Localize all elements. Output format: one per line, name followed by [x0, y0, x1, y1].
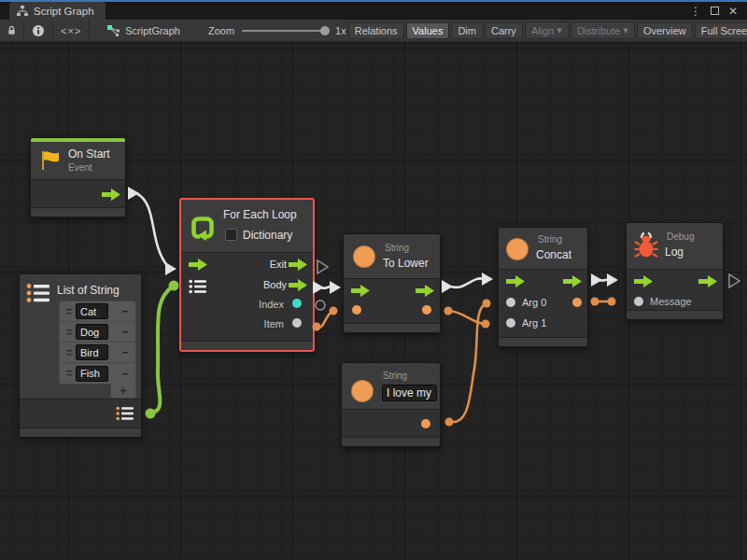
- window-maximize-icon[interactable]: [711, 7, 719, 15]
- list-editor: = − = − = − = −: [59, 301, 136, 385]
- list-icon: [26, 283, 50, 303]
- string-type-icon: [351, 380, 374, 402]
- remove-item-button[interactable]: −: [118, 325, 133, 339]
- node-type: String: [383, 371, 407, 381]
- dim-button[interactable]: Dim: [451, 22, 483, 39]
- wire-tolower-to-concat[interactable]: [442, 273, 493, 293]
- fullscreen-button[interactable]: Full Screen: [695, 22, 747, 39]
- window-menu-icon[interactable]: ⋮: [690, 5, 701, 18]
- message-input-port[interactable]: [634, 297, 643, 306]
- carry-button[interactable]: Carry: [485, 22, 523, 39]
- log-exit-port-hint[interactable]: [729, 274, 740, 287]
- drag-handle-icon[interactable]: =: [63, 326, 76, 339]
- flow-input-port[interactable]: [506, 275, 525, 287]
- wire-concat-to-log[interactable]: [591, 273, 618, 287]
- list-item-field[interactable]: [76, 344, 108, 360]
- node-title: List of String: [57, 284, 120, 297]
- relations-button[interactable]: Relations: [348, 22, 404, 39]
- dictionary-checkbox-label: Dictionary: [243, 229, 292, 242]
- dictionary-checkbox[interactable]: [225, 229, 237, 241]
- node-title: Log: [665, 245, 684, 259]
- graph-hierarchy-icon: [17, 6, 28, 17]
- index-port[interactable]: [292, 299, 302, 308]
- graph-toolbar: <×> ScriptGraph Zoom 1x Relations Values…: [0, 20, 747, 42]
- node-footer: [344, 323, 440, 332]
- graph-canvas[interactable]: On Start Event List of String = −: [0, 42, 747, 560]
- remove-item-button[interactable]: −: [118, 367, 133, 381]
- item-port-label: Item: [264, 318, 284, 329]
- tab-script-graph[interactable]: Script Graph: [9, 2, 106, 20]
- graph-asset-label[interactable]: ScriptGraph: [99, 20, 188, 41]
- list-item-row: = −: [60, 343, 135, 363]
- list-item-field[interactable]: [76, 303, 108, 319]
- zoom-slider[interactable]: [242, 30, 328, 32]
- string-input-port[interactable]: [352, 305, 361, 315]
- node-concat[interactable]: String Concat Arg 0 Arg 1: [498, 227, 588, 347]
- node-type: Debug: [667, 231, 694, 242]
- wire-concat-to-message[interactable]: [591, 298, 616, 306]
- wire-onstart-to-foreach[interactable]: [128, 187, 176, 275]
- string-value-field[interactable]: [382, 385, 437, 401]
- remove-item-button[interactable]: −: [118, 345, 133, 359]
- wire-item-to-tolower[interactable]: [313, 307, 338, 331]
- exit-port-hint[interactable]: [317, 260, 328, 273]
- exit-port[interactable]: [289, 259, 307, 271]
- body-port[interactable]: [289, 279, 307, 291]
- node-string-literal[interactable]: String: [341, 362, 441, 447]
- body-port-label: Body: [263, 279, 287, 290]
- zoom-value: 1x: [335, 25, 346, 36]
- flow-output-port[interactable]: [563, 275, 582, 287]
- arg1-input-port[interactable]: [506, 318, 515, 328]
- index-port-label: Index: [259, 299, 284, 310]
- zoom-slider-handle[interactable]: [320, 26, 330, 35]
- flow-input-port[interactable]: [634, 275, 653, 287]
- node-list-of-string[interactable]: List of String = − = − = −: [19, 273, 142, 438]
- string-output-port[interactable]: [422, 305, 431, 315]
- flow-output-port[interactable]: [416, 285, 434, 297]
- arg1-label: Arg 1: [522, 317, 546, 329]
- string-type-icon: [353, 245, 375, 268]
- node-title: To Lower: [383, 257, 429, 270]
- values-button[interactable]: Values: [406, 22, 450, 39]
- overview-button[interactable]: Overview: [637, 22, 693, 39]
- wire-body-to-tolower[interactable]: [313, 281, 341, 294]
- flow-input-port[interactable]: [351, 285, 370, 297]
- chevron-down-icon: ▾: [623, 24, 628, 36]
- align-dropdown[interactable]: Align▾: [525, 21, 569, 39]
- list-item-field[interactable]: [76, 366, 108, 382]
- node-footer: [627, 310, 723, 319]
- node-debug-log[interactable]: Debug Log Message: [626, 222, 724, 320]
- remove-item-button[interactable]: −: [118, 304, 133, 318]
- node-to-lower[interactable]: String To Lower: [343, 233, 441, 333]
- drag-handle-icon[interactable]: =: [63, 346, 76, 359]
- result-output-port[interactable]: [572, 298, 582, 307]
- drag-handle-icon[interactable]: =: [63, 367, 76, 380]
- list-item-field[interactable]: [76, 324, 108, 340]
- lock-button[interactable]: [0, 20, 24, 41]
- item-port[interactable]: [292, 318, 302, 328]
- list-item-row: = −: [60, 301, 135, 322]
- wire-tolower-to-arg1[interactable]: [444, 307, 490, 329]
- add-item-button[interactable]: +: [110, 384, 136, 399]
- window-close-icon[interactable]: ✕: [728, 5, 738, 18]
- code-view-button[interactable]: <×>: [53, 20, 90, 41]
- flow-output-port[interactable]: [698, 275, 717, 287]
- inspector-button[interactable]: [24, 20, 53, 41]
- flow-output-port[interactable]: [102, 189, 120, 201]
- distribute-dropdown[interactable]: Distribute▾: [571, 21, 635, 39]
- list-output-port[interactable]: [116, 406, 134, 421]
- list-item-row: = −: [60, 363, 135, 384]
- index-port-hint[interactable]: [316, 301, 325, 310]
- drag-handle-icon[interactable]: =: [63, 305, 76, 318]
- wire-list-to-foreach[interactable]: [146, 281, 179, 419]
- flow-input-port[interactable]: [189, 259, 207, 271]
- wire-literal-to-arg0[interactable]: [445, 300, 491, 427]
- string-type-icon: [506, 238, 529, 260]
- arg0-input-port[interactable]: [506, 298, 515, 307]
- list-input-port[interactable]: [189, 279, 207, 294]
- tab-bar: Script Graph ⋮ ✕: [0, 2, 747, 20]
- node-for-each-loop[interactable]: For Each Loop Dictionary Exit Body Index: [179, 198, 315, 352]
- node-on-start[interactable]: On Start Event: [30, 137, 126, 217]
- string-output-port[interactable]: [421, 419, 430, 428]
- bug-icon: [634, 231, 658, 259]
